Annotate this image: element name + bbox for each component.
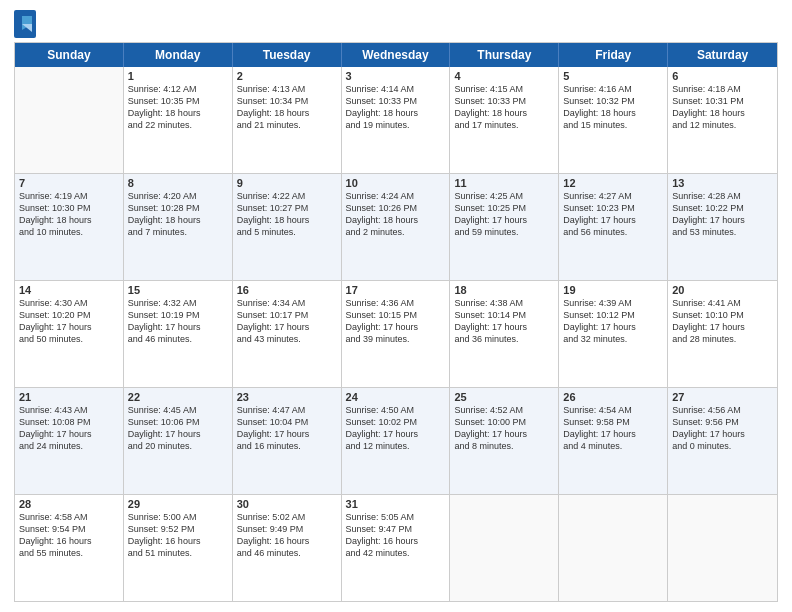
day-content: Sunrise: 4:16 AM Sunset: 10:32 PM Daylig… [563,83,663,132]
day-content: Sunrise: 4:54 AM Sunset: 9:58 PM Dayligh… [563,404,663,453]
day-content: Sunrise: 4:41 AM Sunset: 10:10 PM Daylig… [672,297,773,346]
calendar-day-15: 15Sunrise: 4:32 AM Sunset: 10:19 PM Dayl… [124,281,233,387]
day-content: Sunrise: 4:32 AM Sunset: 10:19 PM Daylig… [128,297,228,346]
calendar-day-8: 8Sunrise: 4:20 AM Sunset: 10:28 PM Dayli… [124,174,233,280]
calendar-day-4: 4Sunrise: 4:15 AM Sunset: 10:33 PM Dayli… [450,67,559,173]
calendar-week-4: 21Sunrise: 4:43 AM Sunset: 10:08 PM Dayl… [15,388,777,495]
day-content: Sunrise: 5:02 AM Sunset: 9:49 PM Dayligh… [237,511,337,560]
header-day-sunday: Sunday [15,43,124,67]
day-content: Sunrise: 4:56 AM Sunset: 9:56 PM Dayligh… [672,404,773,453]
calendar-empty-cell [559,495,668,601]
day-content: Sunrise: 4:12 AM Sunset: 10:35 PM Daylig… [128,83,228,132]
calendar-day-10: 10Sunrise: 4:24 AM Sunset: 10:26 PM Dayl… [342,174,451,280]
day-content: Sunrise: 4:18 AM Sunset: 10:31 PM Daylig… [672,83,773,132]
calendar-day-29: 29Sunrise: 5:00 AM Sunset: 9:52 PM Dayli… [124,495,233,601]
calendar-day-19: 19Sunrise: 4:39 AM Sunset: 10:12 PM Dayl… [559,281,668,387]
day-number: 15 [128,284,228,296]
day-number: 8 [128,177,228,189]
calendar-day-14: 14Sunrise: 4:30 AM Sunset: 10:20 PM Dayl… [15,281,124,387]
day-number: 3 [346,70,446,82]
day-content: Sunrise: 4:34 AM Sunset: 10:17 PM Daylig… [237,297,337,346]
day-content: Sunrise: 4:45 AM Sunset: 10:06 PM Daylig… [128,404,228,453]
day-number: 20 [672,284,773,296]
calendar-week-1: 1Sunrise: 4:12 AM Sunset: 10:35 PM Dayli… [15,67,777,174]
calendar-day-11: 11Sunrise: 4:25 AM Sunset: 10:25 PM Dayl… [450,174,559,280]
calendar-day-20: 20Sunrise: 4:41 AM Sunset: 10:10 PM Dayl… [668,281,777,387]
calendar-empty-cell [450,495,559,601]
calendar-day-28: 28Sunrise: 4:58 AM Sunset: 9:54 PM Dayli… [15,495,124,601]
calendar-day-24: 24Sunrise: 4:50 AM Sunset: 10:02 PM Dayl… [342,388,451,494]
day-content: Sunrise: 4:43 AM Sunset: 10:08 PM Daylig… [19,404,119,453]
day-number: 24 [346,391,446,403]
calendar-empty-cell [668,495,777,601]
day-content: Sunrise: 4:25 AM Sunset: 10:25 PM Daylig… [454,190,554,239]
calendar-day-2: 2Sunrise: 4:13 AM Sunset: 10:34 PM Dayli… [233,67,342,173]
day-number: 2 [237,70,337,82]
calendar-day-30: 30Sunrise: 5:02 AM Sunset: 9:49 PM Dayli… [233,495,342,601]
calendar-day-31: 31Sunrise: 5:05 AM Sunset: 9:47 PM Dayli… [342,495,451,601]
calendar-day-27: 27Sunrise: 4:56 AM Sunset: 9:56 PM Dayli… [668,388,777,494]
day-content: Sunrise: 4:27 AM Sunset: 10:23 PM Daylig… [563,190,663,239]
day-content: Sunrise: 5:05 AM Sunset: 9:47 PM Dayligh… [346,511,446,560]
day-number: 29 [128,498,228,510]
calendar-week-3: 14Sunrise: 4:30 AM Sunset: 10:20 PM Dayl… [15,281,777,388]
day-number: 1 [128,70,228,82]
day-content: Sunrise: 4:38 AM Sunset: 10:14 PM Daylig… [454,297,554,346]
calendar-week-5: 28Sunrise: 4:58 AM Sunset: 9:54 PM Dayli… [15,495,777,601]
calendar-day-18: 18Sunrise: 4:38 AM Sunset: 10:14 PM Dayl… [450,281,559,387]
day-content: Sunrise: 4:19 AM Sunset: 10:30 PM Daylig… [19,190,119,239]
calendar-day-17: 17Sunrise: 4:36 AM Sunset: 10:15 PM Dayl… [342,281,451,387]
day-number: 22 [128,391,228,403]
calendar-header: SundayMondayTuesdayWednesdayThursdayFrid… [15,43,777,67]
header-day-thursday: Thursday [450,43,559,67]
day-content: Sunrise: 4:28 AM Sunset: 10:22 PM Daylig… [672,190,773,239]
day-number: 12 [563,177,663,189]
day-number: 10 [346,177,446,189]
header-day-wednesday: Wednesday [342,43,451,67]
day-number: 16 [237,284,337,296]
day-number: 31 [346,498,446,510]
day-content: Sunrise: 4:14 AM Sunset: 10:33 PM Daylig… [346,83,446,132]
calendar-day-22: 22Sunrise: 4:45 AM Sunset: 10:06 PM Dayl… [124,388,233,494]
calendar-day-23: 23Sunrise: 4:47 AM Sunset: 10:04 PM Dayl… [233,388,342,494]
calendar-day-1: 1Sunrise: 4:12 AM Sunset: 10:35 PM Dayli… [124,67,233,173]
day-content: Sunrise: 4:36 AM Sunset: 10:15 PM Daylig… [346,297,446,346]
calendar-week-2: 7Sunrise: 4:19 AM Sunset: 10:30 PM Dayli… [15,174,777,281]
day-number: 17 [346,284,446,296]
day-number: 11 [454,177,554,189]
day-content: Sunrise: 4:47 AM Sunset: 10:04 PM Daylig… [237,404,337,453]
calendar-empty-cell [15,67,124,173]
day-content: Sunrise: 4:50 AM Sunset: 10:02 PM Daylig… [346,404,446,453]
day-number: 28 [19,498,119,510]
day-number: 18 [454,284,554,296]
header-day-monday: Monday [124,43,233,67]
day-content: Sunrise: 4:20 AM Sunset: 10:28 PM Daylig… [128,190,228,239]
logo [14,10,38,38]
logo-icon [14,10,36,38]
header-day-saturday: Saturday [668,43,777,67]
day-number: 5 [563,70,663,82]
day-number: 27 [672,391,773,403]
day-number: 14 [19,284,119,296]
day-content: Sunrise: 4:58 AM Sunset: 9:54 PM Dayligh… [19,511,119,560]
header-day-friday: Friday [559,43,668,67]
day-content: Sunrise: 4:39 AM Sunset: 10:12 PM Daylig… [563,297,663,346]
calendar-day-21: 21Sunrise: 4:43 AM Sunset: 10:08 PM Dayl… [15,388,124,494]
calendar-day-6: 6Sunrise: 4:18 AM Sunset: 10:31 PM Dayli… [668,67,777,173]
calendar-day-25: 25Sunrise: 4:52 AM Sunset: 10:00 PM Dayl… [450,388,559,494]
day-number: 25 [454,391,554,403]
day-content: Sunrise: 4:52 AM Sunset: 10:00 PM Daylig… [454,404,554,453]
calendar-day-3: 3Sunrise: 4:14 AM Sunset: 10:33 PM Dayli… [342,67,451,173]
calendar-day-12: 12Sunrise: 4:27 AM Sunset: 10:23 PM Dayl… [559,174,668,280]
calendar-day-5: 5Sunrise: 4:16 AM Sunset: 10:32 PM Dayli… [559,67,668,173]
calendar: SundayMondayTuesdayWednesdayThursdayFrid… [14,42,778,602]
day-number: 4 [454,70,554,82]
day-number: 23 [237,391,337,403]
calendar-day-9: 9Sunrise: 4:22 AM Sunset: 10:27 PM Dayli… [233,174,342,280]
day-content: Sunrise: 4:15 AM Sunset: 10:33 PM Daylig… [454,83,554,132]
day-number: 9 [237,177,337,189]
calendar-day-13: 13Sunrise: 4:28 AM Sunset: 10:22 PM Dayl… [668,174,777,280]
calendar-day-26: 26Sunrise: 4:54 AM Sunset: 9:58 PM Dayli… [559,388,668,494]
day-number: 21 [19,391,119,403]
day-number: 6 [672,70,773,82]
